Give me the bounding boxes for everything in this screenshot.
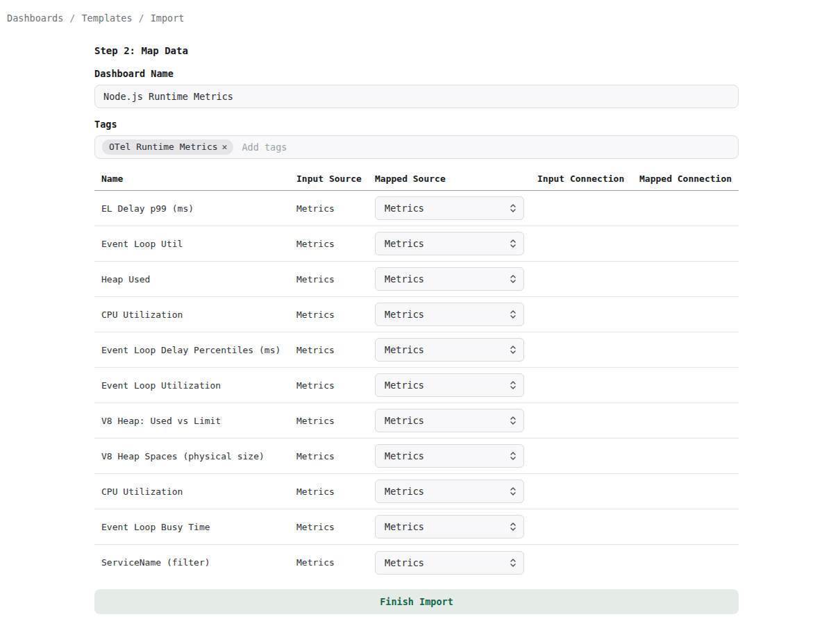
row-name: Heap Used	[101, 274, 296, 285]
row-input-source: Metrics	[296, 557, 375, 568]
import-wizard-content: Step 2: Map Data Dashboard Name Tags OTe…	[94, 46, 739, 614]
dashboard-name-label: Dashboard Name	[94, 69, 739, 78]
mapped-source-selected-value: Metrics	[385, 273, 424, 285]
row-name: CPU Utilization	[101, 310, 296, 320]
select-chevrons-icon	[510, 450, 516, 461]
mapped-source-selected-value: Metrics	[385, 309, 424, 320]
select-chevrons-icon	[510, 415, 516, 426]
row-mapped-source-cell: Metrics	[375, 515, 537, 539]
tag-chip: OTel Runtime Metrics ✕	[102, 139, 233, 155]
row-mapped-source-cell: Metrics	[375, 267, 537, 291]
mapped-source-selected-value: Metrics	[385, 344, 424, 355]
row-input-source: Metrics	[296, 522, 375, 532]
mapped-source-select[interactable]: Metrics	[375, 444, 524, 468]
tags-label: Tags	[94, 119, 739, 129]
select-chevrons-icon	[510, 309, 516, 320]
row-name: Event Loop Utilization	[101, 380, 296, 391]
select-chevrons-icon	[510, 521, 516, 532]
breadcrumb-item-dashboards[interactable]: Dashboards	[7, 13, 63, 23]
mapped-source-select[interactable]: Metrics	[375, 232, 524, 255]
row-input-source: Metrics	[296, 274, 375, 285]
column-header-mapped-connection: Mapped Connection	[639, 173, 739, 184]
select-chevrons-icon	[510, 380, 516, 391]
mapped-source-select[interactable]: Metrics	[375, 338, 524, 362]
row-input-source: Metrics	[296, 451, 375, 461]
row-input-source: Metrics	[296, 203, 375, 214]
table-row: Event Loop Util Metrics Metrics	[94, 226, 739, 262]
select-chevrons-icon	[510, 238, 516, 249]
breadcrumb-separator: /	[69, 13, 75, 23]
select-chevrons-icon	[510, 557, 516, 568]
mapping-table: Name Input Source Mapped Source Input Co…	[94, 171, 739, 580]
select-chevrons-icon	[510, 344, 516, 355]
row-name: Event Loop Delay Percentiles (ms)	[101, 345, 296, 355]
column-header-name: Name	[101, 173, 296, 184]
row-input-source: Metrics	[296, 416, 375, 426]
row-name: EL Delay p99 (ms)	[101, 203, 296, 214]
row-name: V8 Heap Spaces (physical size)	[101, 451, 296, 461]
row-input-source: Metrics	[296, 310, 375, 320]
mapped-source-selected-value: Metrics	[385, 450, 424, 461]
row-mapped-source-cell: Metrics	[375, 551, 537, 575]
mapped-source-selected-value: Metrics	[385, 521, 424, 532]
mapped-source-select[interactable]: Metrics	[375, 515, 524, 539]
step-title: Step 2: Map Data	[94, 46, 739, 56]
breadcrumb-item-import: Import	[151, 13, 185, 23]
row-input-source: Metrics	[296, 486, 375, 497]
row-mapped-source-cell: Metrics	[375, 232, 537, 255]
add-tags-input[interactable]	[240, 136, 731, 158]
table-row: V8 Heap Spaces (physical size) Metrics M…	[94, 439, 739, 474]
table-row: Event Loop Delay Percentiles (ms) Metric…	[94, 332, 739, 368]
mapped-source-select[interactable]: Metrics	[375, 196, 524, 220]
mapped-source-select[interactable]: Metrics	[375, 267, 524, 291]
column-header-input-connection: Input Connection	[537, 173, 639, 184]
mapped-source-selected-value: Metrics	[385, 380, 424, 391]
table-row: CPU Utilization Metrics Metrics	[94, 297, 739, 332]
mapped-source-selected-value: Metrics	[385, 203, 424, 214]
row-mapped-source-cell: Metrics	[375, 409, 537, 432]
breadcrumb-item-templates[interactable]: Templates	[81, 13, 132, 23]
tag-chip-label: OTel Runtime Metrics	[109, 142, 218, 152]
mapped-source-selected-value: Metrics	[385, 238, 424, 249]
table-row: V8 Heap: Used vs Limit Metrics Metrics	[94, 403, 739, 439]
dashboard-name-input[interactable]	[94, 85, 739, 108]
row-mapped-source-cell: Metrics	[375, 303, 537, 326]
row-name: V8 Heap: Used vs Limit	[101, 416, 296, 426]
mapped-source-select[interactable]: Metrics	[375, 373, 524, 397]
column-header-input-source: Input Source	[296, 173, 375, 184]
column-header-mapped-source: Mapped Source	[375, 173, 537, 184]
row-name: CPU Utilization	[101, 486, 296, 497]
row-input-source: Metrics	[296, 380, 375, 391]
mapped-source-select[interactable]: Metrics	[375, 303, 524, 326]
table-row: CPU Utilization Metrics Metrics	[94, 474, 739, 509]
table-row: Heap Used Metrics Metrics	[94, 262, 739, 297]
mapped-source-select[interactable]: Metrics	[375, 409, 524, 432]
row-name: Event Loop Util	[101, 239, 296, 249]
table-row: Event Loop Utilization Metrics Metrics	[94, 368, 739, 403]
mapped-source-select[interactable]: Metrics	[375, 480, 524, 503]
select-chevrons-icon	[510, 486, 516, 497]
row-mapped-source-cell: Metrics	[375, 196, 537, 220]
finish-import-button[interactable]: Finish Import	[94, 589, 739, 614]
row-name: Event Loop Busy Time	[101, 522, 296, 532]
row-mapped-source-cell: Metrics	[375, 444, 537, 468]
tags-field[interactable]: OTel Runtime Metrics ✕	[94, 135, 739, 159]
mapped-source-select[interactable]: Metrics	[375, 551, 524, 575]
row-input-source: Metrics	[296, 345, 375, 355]
row-mapped-source-cell: Metrics	[375, 338, 537, 362]
mapped-source-selected-value: Metrics	[385, 415, 424, 426]
breadcrumb: Dashboards / Templates / Import	[0, 0, 840, 23]
table-body: EL Delay p99 (ms) Metrics Metrics Event …	[94, 191, 739, 580]
row-name: ServiceName (filter)	[101, 557, 296, 568]
table-header-row: Name Input Source Mapped Source Input Co…	[94, 171, 739, 191]
row-mapped-source-cell: Metrics	[375, 480, 537, 503]
table-row: Event Loop Busy Time Metrics Metrics	[94, 509, 739, 545]
mapped-source-selected-value: Metrics	[385, 486, 424, 497]
select-chevrons-icon	[510, 273, 516, 285]
breadcrumb-separator: /	[139, 13, 144, 23]
remove-tag-icon[interactable]: ✕	[222, 142, 228, 151]
mapped-source-selected-value: Metrics	[385, 557, 424, 568]
select-chevrons-icon	[510, 203, 516, 214]
row-mapped-source-cell: Metrics	[375, 373, 537, 397]
table-row: ServiceName (filter) Metrics Metrics	[94, 545, 739, 580]
